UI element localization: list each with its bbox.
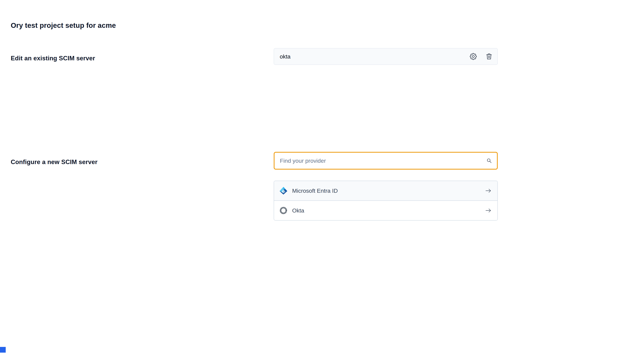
provider-row-okta[interactable]: Okta [274,200,498,220]
configure-scim-heading: Configure a new SCIM server [11,159,98,166]
search-icon [486,157,492,164]
arrow-right-icon [485,207,492,214]
server-name: okta [280,53,470,60]
blue-square-artifact [0,347,6,353]
provider-list: Microsoft Entra ID Okta [274,181,498,221]
provider-name: Okta [292,207,485,214]
arrow-right-icon [485,187,492,194]
scim-setup-page: Ory test project setup for acme Edit an … [0,0,644,362]
existing-server-row[interactable]: okta [274,48,498,65]
page-title: Ory test project setup for acme [11,21,116,29]
provider-name: Microsoft Entra ID [292,188,485,194]
provider-search-input[interactable] [280,157,486,164]
edit-scim-heading: Edit an existing SCIM server [11,55,95,62]
delete-server-button[interactable] [485,53,493,60]
okta-logo [279,206,288,215]
configure-server-button[interactable] [470,53,477,60]
gear-icon [470,53,477,60]
provider-row-microsoft-entra-id[interactable]: Microsoft Entra ID [274,181,498,200]
microsoft-entra-id-logo [279,186,288,195]
trash-icon [485,53,493,60]
provider-search-box[interactable] [274,152,498,170]
